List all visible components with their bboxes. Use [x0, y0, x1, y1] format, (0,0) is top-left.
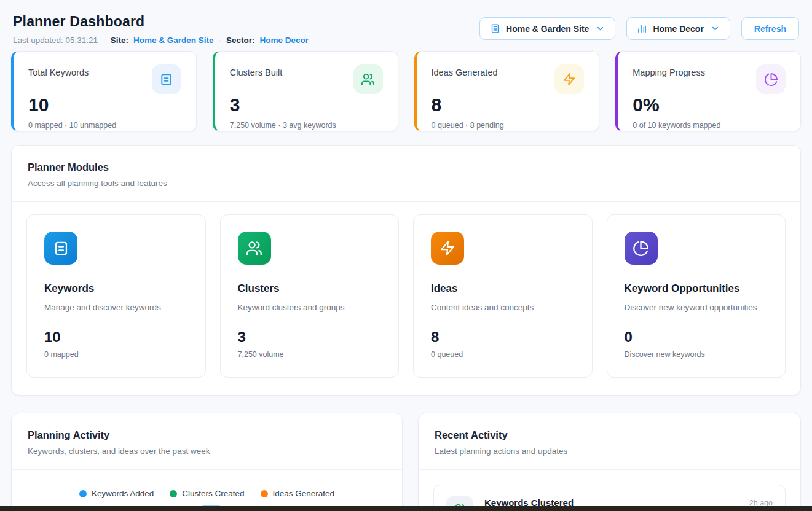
stats-row: Total Keywords 10 0 mapped · 10 unmapped…	[11, 51, 801, 131]
legend-dot-icon	[79, 490, 87, 497]
module-title: Clusters	[238, 283, 382, 295]
module-title: Keyword Opportunities	[625, 283, 768, 295]
last-updated-text: Last updated: 05:31:21	[13, 36, 98, 45]
module-sub: Discover new keywords	[625, 350, 768, 359]
recent-panel-title: Recent Activity	[435, 429, 784, 441]
pie-chart-icon	[625, 232, 658, 265]
stat-value: 3	[230, 95, 383, 115]
sector-selector-dropdown[interactable]: Home Decor	[626, 17, 730, 40]
bottom-edge-bar	[0, 506, 812, 511]
modules-panel-subtitle: Access all planning tools and features	[28, 179, 784, 188]
stat-label: Ideas Generated	[432, 64, 498, 77]
meta-separator: ·	[218, 36, 221, 45]
file-lines-icon	[152, 64, 181, 94]
stat-card-ideas-generated: Ideas Generated 8 0 queued · 8 pending	[414, 51, 600, 131]
recent-panel-subtitle: Latest planning actions and updates	[435, 447, 784, 456]
module-card-keyword-opportunities[interactable]: Keyword Opportunities Discover new keywo…	[607, 214, 786, 378]
stat-value: 0%	[633, 95, 786, 115]
chevron-down-icon	[711, 24, 720, 33]
site-selector-dropdown[interactable]: Home & Garden Site	[479, 17, 615, 40]
site-selector-value: Home & Garden Site	[506, 24, 589, 34]
module-value: 8	[431, 329, 575, 346]
page-header: Planner Dashboard Last updated: 05:31:21…	[11, 0, 801, 51]
legend-dot-icon	[261, 490, 268, 497]
legend-item-keywords-added[interactable]: Keywords Added	[79, 489, 154, 498]
module-card-clusters[interactable]: Clusters Keyword clusters and groups 3 7…	[220, 214, 400, 378]
stat-card-clusters-built: Clusters Built 3 7,250 volume · 3 avg ke…	[213, 51, 398, 131]
module-description: Content ideas and concepts	[431, 303, 575, 312]
lightning-icon	[431, 232, 464, 265]
stat-card-total-keywords: Total Keywords 10 0 mapped · 10 unmapped	[11, 51, 197, 131]
sector-selector-value: Home Decor	[653, 24, 703, 34]
bar-chart-icon	[637, 23, 647, 34]
stat-card-mapping-progress: Mapping Progress 0% 0 of 10 keywords map…	[615, 51, 801, 131]
module-card-keywords[interactable]: Keywords Manage and discover keywords 10…	[26, 214, 206, 378]
page-title: Planner Dashboard	[13, 14, 309, 30]
activity-panel-title: Planning Activity	[28, 429, 386, 441]
stat-sub: 7,250 volume · 3 avg keywords	[230, 121, 383, 130]
legend-dot-icon	[170, 490, 177, 497]
meta-separator: ·	[103, 36, 106, 45]
module-sub: 0 queued	[431, 350, 575, 359]
file-lines-icon	[44, 232, 77, 265]
module-title: Ideas	[431, 283, 575, 295]
stat-label: Clusters Built	[230, 64, 282, 77]
activity-panel-subtitle: Keywords, clusters, and ideas over the p…	[28, 447, 386, 456]
module-description: Discover new keyword opportunities	[625, 303, 768, 312]
legend-label: Clusters Created	[182, 489, 244, 498]
module-value: 0	[625, 329, 768, 346]
divider	[12, 469, 402, 470]
stat-label: Total Keywords	[28, 64, 89, 77]
module-description: Keyword clusters and groups	[238, 303, 382, 312]
recent-activity-panel: Recent Activity Latest planning actions …	[418, 413, 801, 511]
users-icon	[353, 64, 383, 94]
building-icon	[490, 23, 500, 34]
chart-legend: Keywords Added Clusters Created Ideas Ge…	[12, 489, 402, 498]
module-value: 3	[238, 329, 382, 346]
module-description: Manage and discover keywords	[44, 303, 188, 312]
users-icon	[238, 232, 271, 265]
stat-value: 8	[432, 95, 585, 115]
planning-activity-panel: Planning Activity Keywords, clusters, an…	[11, 413, 403, 511]
sector-link[interactable]: Home Decor	[259, 36, 309, 45]
modules-panel-title: Planner Modules	[28, 162, 784, 173]
stat-sub: 0 queued · 8 pending	[432, 121, 585, 130]
lightning-icon	[554, 64, 584, 94]
chevron-down-icon	[596, 24, 605, 33]
module-title: Keywords	[44, 283, 188, 295]
sector-label: Sector:	[226, 36, 255, 45]
stat-sub: 0 of 10 keywords mapped	[633, 121, 786, 130]
stat-label: Mapping Progress	[633, 64, 705, 77]
refresh-button[interactable]: Refresh	[741, 17, 799, 40]
module-sub: 0 mapped	[44, 350, 188, 359]
site-label: Site:	[111, 36, 128, 45]
stat-sub: 0 mapped · 10 unmapped	[28, 121, 181, 130]
legend-label: Keywords Added	[92, 489, 154, 498]
module-value: 10	[44, 329, 188, 346]
legend-item-clusters-created[interactable]: Clusters Created	[170, 489, 244, 498]
module-sub: 7,250 volume	[238, 350, 382, 359]
site-link[interactable]: Home & Garden Site	[133, 36, 214, 45]
stat-value: 10	[28, 95, 181, 115]
page-meta: Last updated: 05:31:21 · Site: Home & Ga…	[13, 36, 309, 45]
legend-item-ideas-generated[interactable]: Ideas Generated	[261, 489, 335, 498]
planner-modules-panel: Planner Modules Access all planning tool…	[11, 145, 801, 396]
legend-label: Ideas Generated	[273, 489, 335, 498]
module-card-ideas[interactable]: Ideas Content ideas and concepts 8 0 que…	[413, 214, 593, 378]
pie-chart-icon	[756, 64, 786, 94]
